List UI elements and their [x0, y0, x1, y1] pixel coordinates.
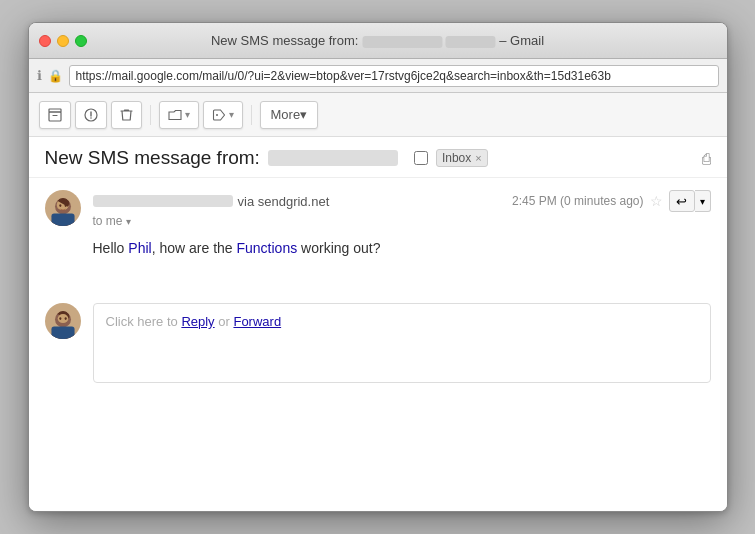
- folder-icon: [168, 108, 182, 122]
- more-arrow: ▾: [300, 107, 307, 122]
- svg-point-4: [216, 114, 218, 116]
- star-button[interactable]: ☆: [650, 193, 663, 209]
- email-subject: New SMS message from: Inbox ×: [45, 147, 692, 169]
- inbox-badge: Inbox ×: [436, 149, 488, 167]
- svg-rect-0: [49, 112, 61, 121]
- email-message: via sendgrid.net 2:45 PM (0 minutes ago)…: [29, 178, 727, 291]
- svg-point-9: [64, 204, 66, 207]
- svg-rect-1: [49, 109, 61, 112]
- svg-rect-10: [51, 214, 74, 226]
- spam-icon: [84, 108, 98, 122]
- subject-row: New SMS message from: Inbox × ⎙: [29, 137, 727, 178]
- reply-link[interactable]: Reply: [181, 314, 214, 329]
- delete-button[interactable]: [111, 101, 142, 129]
- titlebar: New SMS message from: – Gmail: [29, 23, 727, 59]
- sender-avatar: [45, 190, 81, 226]
- divider1: [150, 105, 151, 125]
- svg-point-8: [59, 204, 61, 207]
- reply-or-text: or: [218, 314, 230, 329]
- reply-group: ↩ ▾: [669, 190, 711, 212]
- print-button[interactable]: ⎙: [702, 150, 711, 167]
- svg-point-13: [57, 314, 68, 323]
- minimize-button[interactable]: [57, 35, 69, 47]
- lock-icon: 🔒: [48, 69, 63, 83]
- reply-button[interactable]: ↩: [669, 190, 695, 212]
- svg-point-15: [64, 317, 66, 320]
- from-row: via sendgrid.net 2:45 PM (0 minutes ago)…: [93, 190, 711, 212]
- highlight-functions: Functions: [236, 240, 297, 256]
- label-icon: [212, 108, 226, 122]
- forward-link[interactable]: Forward: [233, 314, 281, 329]
- traffic-lights: [39, 35, 87, 47]
- more-button[interactable]: More ▾: [260, 101, 319, 129]
- sender-name-redacted: [93, 195, 233, 207]
- email-time-actions: 2:45 PM (0 minutes ago) ☆ ↩ ▾: [512, 190, 710, 212]
- reply-avatar: [45, 303, 81, 339]
- browser-window: New SMS message from: – Gmail ℹ 🔒: [28, 22, 728, 512]
- highlight-phil: Phil: [128, 240, 151, 256]
- divider2: [251, 105, 252, 125]
- label-button[interactable]: ▾: [203, 101, 243, 129]
- delete-icon: [120, 108, 133, 122]
- reply-input[interactable]: Click here to Reply or Forward: [93, 303, 711, 383]
- reply-placeholder-text: Click here to: [106, 314, 178, 329]
- more-label: More: [271, 107, 301, 122]
- spam-button[interactable]: [75, 101, 107, 129]
- avatar-image: [47, 194, 79, 226]
- move-button[interactable]: ▾: [159, 101, 199, 129]
- subject-redacted: [268, 150, 398, 166]
- move-arrow: ▾: [185, 109, 190, 120]
- inbox-badge-close[interactable]: ×: [475, 152, 481, 164]
- to-me-row: to me ▾: [93, 214, 711, 228]
- email-body: Hello Phil, how are the Functions workin…: [93, 228, 711, 279]
- svg-point-3: [90, 117, 92, 119]
- url-input[interactable]: [69, 65, 719, 87]
- archive-button[interactable]: [39, 101, 71, 129]
- close-button[interactable]: [39, 35, 51, 47]
- toolbar: ▾ ▾ More ▾: [29, 93, 727, 137]
- svg-rect-16: [51, 327, 74, 339]
- info-icon: ℹ: [37, 68, 42, 83]
- label-arrow: ▾: [229, 109, 234, 120]
- reply-more-button[interactable]: ▾: [695, 190, 711, 212]
- subject-prefix: New SMS message from:: [45, 147, 260, 169]
- select-checkbox[interactable]: [414, 151, 428, 165]
- window-title: New SMS message from: – Gmail: [211, 33, 544, 48]
- inbox-label: Inbox: [442, 151, 471, 165]
- reply-box: Click here to Reply or Forward: [29, 291, 727, 395]
- via-text: via sendgrid.net: [238, 194, 330, 209]
- email-timestamp: 2:45 PM (0 minutes ago): [512, 194, 643, 208]
- maximize-button[interactable]: [75, 35, 87, 47]
- email-content: New SMS message from: Inbox × ⎙: [29, 137, 727, 511]
- from-info: via sendgrid.net: [93, 194, 330, 209]
- reply-avatar-image: [47, 307, 79, 339]
- svg-point-14: [59, 317, 61, 320]
- to-me-dropdown[interactable]: ▾: [126, 216, 131, 227]
- archive-icon: [48, 108, 62, 122]
- email-meta: via sendgrid.net 2:45 PM (0 minutes ago)…: [93, 190, 711, 279]
- to-me-text: to me: [93, 214, 123, 228]
- addressbar: ℹ 🔒: [29, 59, 727, 93]
